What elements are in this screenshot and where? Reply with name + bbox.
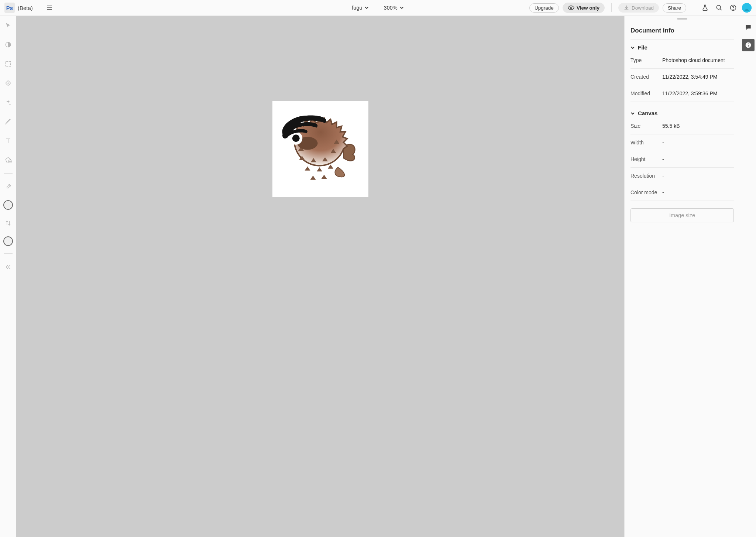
- document-name: fugu: [352, 5, 362, 11]
- svg-line-5: [720, 9, 722, 10]
- panel-drag-handle[interactable]: [677, 18, 687, 20]
- eyedropper-tool-icon[interactable]: [2, 181, 14, 193]
- header-center: fugu 300%: [352, 5, 404, 11]
- background-color-swatch[interactable]: [3, 236, 13, 246]
- svg-marker-27: [321, 175, 327, 179]
- download-button: Download: [618, 3, 659, 13]
- panel-title: Document info: [630, 27, 734, 34]
- app-header: Ps (Beta) fugu 300% Upgrade View only: [0, 0, 756, 16]
- prop-row-size: Size 55.5 kB: [630, 118, 734, 134]
- user-avatar[interactable]: [742, 3, 752, 13]
- heal-tool-icon[interactable]: [2, 77, 14, 89]
- sparkle-tool-icon[interactable]: [2, 96, 14, 108]
- download-label: Download: [632, 5, 654, 11]
- upgrade-button[interactable]: Upgrade: [529, 3, 559, 13]
- header-left: Ps (Beta): [4, 3, 54, 13]
- prop-row-height: Height -: [630, 151, 734, 168]
- svg-point-35: [748, 44, 748, 44]
- svg-marker-24: [317, 167, 322, 171]
- prop-value: 11/22/2022, 3:59:36 PM: [662, 90, 734, 96]
- beta-tag: (Beta): [18, 5, 33, 11]
- prop-label: Modified: [630, 90, 662, 96]
- info-icon[interactable]: [742, 39, 755, 51]
- file-section-header[interactable]: File: [630, 44, 734, 51]
- svg-point-33: [292, 134, 299, 142]
- move-tool-icon[interactable]: [2, 20, 14, 31]
- fugu-fish-icon: [274, 103, 367, 195]
- prop-value: 55.5 kB: [662, 123, 734, 129]
- svg-marker-26: [310, 176, 316, 180]
- swap-colors-icon[interactable]: [2, 217, 14, 229]
- prop-row-created: Created 11/22/2022, 3:54:49 PM: [630, 69, 734, 85]
- app-logo[interactable]: Ps: [4, 3, 15, 13]
- svg-point-4: [717, 5, 721, 9]
- type-tool-icon[interactable]: [2, 135, 14, 147]
- prop-value: Photoshop cloud document: [662, 57, 734, 63]
- zoom-dropdown[interactable]: 300%: [384, 5, 404, 11]
- prop-label: Type: [630, 57, 662, 63]
- canvas-section-header[interactable]: Canvas: [630, 110, 734, 116]
- svg-marker-25: [328, 165, 333, 169]
- prop-label: Width: [630, 140, 662, 146]
- prop-row-modified: Modified 11/22/2022, 3:59:36 PM: [630, 85, 734, 102]
- canvas-area[interactable]: [16, 16, 624, 537]
- canvas-section-label: Canvas: [638, 110, 657, 116]
- divider: [39, 3, 39, 12]
- adjustment-tool-icon[interactable]: [2, 39, 14, 51]
- artboard[interactable]: [272, 101, 368, 197]
- divider: [611, 3, 612, 12]
- prop-value: -: [662, 173, 734, 179]
- toolbar: [0, 16, 16, 537]
- share-button[interactable]: Share: [663, 3, 686, 13]
- collapse-icon[interactable]: [2, 261, 14, 273]
- view-only-label: View only: [577, 5, 599, 11]
- prop-label: Resolution: [630, 173, 662, 179]
- prop-row-resolution: Resolution -: [630, 168, 734, 184]
- prop-label: Size: [630, 123, 662, 129]
- prop-value: -: [662, 156, 734, 162]
- file-section-label: File: [638, 44, 647, 51]
- divider: [693, 3, 693, 12]
- zoom-value: 300%: [384, 5, 398, 11]
- svg-marker-23: [305, 167, 310, 171]
- svg-point-7: [733, 9, 733, 10]
- prop-row-colormode: Color mode -: [630, 184, 734, 201]
- foreground-color-swatch[interactable]: [3, 200, 13, 210]
- eye-icon: [568, 4, 574, 11]
- document-name-dropdown[interactable]: fugu: [352, 5, 369, 11]
- chevron-down-icon: [400, 6, 404, 10]
- brush-tool-icon[interactable]: [2, 116, 14, 127]
- prop-row-width: Width -: [630, 134, 734, 151]
- prop-value: 11/22/2022, 3:54:49 PM: [662, 74, 734, 80]
- svg-point-3: [570, 7, 572, 9]
- view-only-button[interactable]: View only: [563, 3, 605, 13]
- comments-icon[interactable]: [742, 21, 755, 34]
- prop-value: -: [662, 140, 734, 146]
- help-icon[interactable]: [728, 3, 738, 13]
- download-icon: [623, 5, 629, 11]
- selection-tool-icon[interactable]: [2, 58, 14, 70]
- prop-label: Created: [630, 74, 662, 80]
- prop-value: -: [662, 189, 734, 195]
- shape-tool-icon[interactable]: [2, 154, 14, 166]
- chevron-down-icon: [630, 111, 635, 116]
- right-bar: [740, 16, 756, 537]
- document-info-panel: Document info File Type Photoshop cloud …: [624, 16, 740, 537]
- divider: [4, 173, 13, 174]
- prop-row-type: Type Photoshop cloud document: [630, 52, 734, 69]
- svg-point-8: [742, 3, 752, 13]
- image-size-button: Image size: [630, 208, 734, 222]
- header-right: Upgrade View only Download Share: [529, 3, 752, 13]
- search-icon[interactable]: [714, 3, 724, 13]
- prop-label: Height: [630, 156, 662, 162]
- hamburger-menu-icon[interactable]: [45, 3, 54, 12]
- svg-rect-10: [6, 61, 10, 66]
- chevron-down-icon: [630, 45, 635, 50]
- svg-rect-36: [748, 45, 749, 47]
- divider: [4, 253, 13, 254]
- prop-label: Color mode: [630, 189, 662, 195]
- chevron-down-icon: [365, 6, 369, 10]
- labs-icon[interactable]: [700, 3, 710, 13]
